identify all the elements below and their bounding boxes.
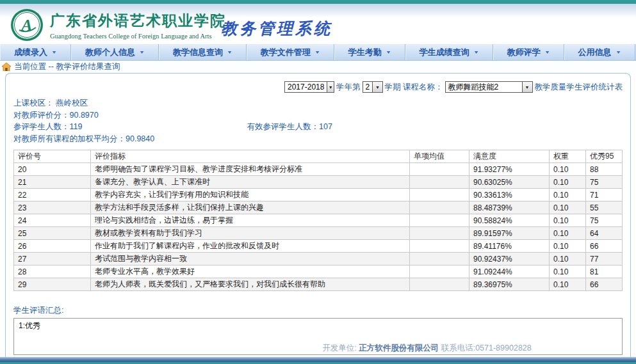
satisfaction-cell: 89.36975% <box>469 278 550 291</box>
campus-label: 上课校区： <box>13 99 54 107</box>
eval-no-cell: 27 <box>14 253 91 265</box>
school-year-select[interactable]: 2017-2018 ▼ <box>284 81 334 93</box>
menu-item-label: 成绩录入 <box>14 47 47 58</box>
students-line: 参评学生人数：119 有效参评学生人数：107 对教师所有课程的加权平均分：90… <box>13 121 623 145</box>
eval-no-cell: 22 <box>14 189 91 202</box>
breadcrumb-text: 当前位置 -- 教学评价结果查询 <box>14 61 120 72</box>
indicator-cell: 考试范围与教学内容相一致 <box>91 253 410 265</box>
chevron-down-icon: ▼ <box>314 50 320 54</box>
indicator-cell: 老师明确告知了课程学习目标、教学进度安排和考核评分标准 <box>91 163 410 176</box>
item-average-cell <box>410 202 469 214</box>
column-header-satisfaction: 满意度 <box>469 150 550 163</box>
college-name-english: Guangdong Teachers College of Foreign La… <box>50 33 226 40</box>
indicator-cell: 理论与实践相结合，边讲边练，易于掌握 <box>91 214 410 227</box>
bottom-bar-blue <box>0 357 636 362</box>
course-select[interactable]: 教师舞蹈技能2 ▼ <box>445 81 533 93</box>
weight-cell: 0.10 <box>550 189 586 202</box>
weight-cell: 0.10 <box>550 163 586 176</box>
table-row: 23 教学方法和手段灵活多样，让我们保持上课的兴趣 88.48739% 0.10… <box>14 202 623 214</box>
menu-item-label: 学生考勤 <box>348 47 382 58</box>
satisfaction-cell: 90.92437% <box>469 253 550 265</box>
table-row: 22 教学内容充实，让我们学到有用的知识和技能 90.33613% 0.10 7… <box>14 189 623 202</box>
eval-no-cell: 23 <box>14 202 91 214</box>
weight-cell: 0.10 <box>550 227 586 240</box>
satisfaction-cell: 89.91597% <box>469 227 550 240</box>
menu-item-teaching-info-query[interactable]: 教学信息查询 ▼ <box>159 44 247 60</box>
excellent95-cell: 88 <box>586 163 623 176</box>
footer-dev-label: 开发单位: <box>322 344 359 352</box>
column-header-item-average: 单项均值 <box>410 150 469 163</box>
table-row: 20 老师明确告知了课程学习目标、教学进度安排和考核评分标准 91.93277%… <box>14 163 623 176</box>
excellent95-cell: 77 <box>586 253 623 265</box>
item-average-cell <box>410 176 469 189</box>
menu-item-teaching-file-management[interactable]: 教学文件管理 ▼ <box>247 44 334 60</box>
satisfaction-cell: 89.41176% <box>469 240 550 253</box>
students-count: 参评学生人数：119 <box>13 121 245 133</box>
eval-no-cell: 26 <box>14 240 91 253</box>
chevron-down-icon: ▼ <box>139 50 145 54</box>
menu-item-teacher-personal-info[interactable]: 教师个人信息 ▼ <box>71 44 159 60</box>
menu-item-teacher-evaluation[interactable]: 教师评学 ▼ <box>493 44 564 60</box>
content-panel: 2017-2018 ▼ 学年第 2 ▼ 学期 课程名称： 教师舞蹈技能2 ▼ 教… <box>5 73 631 357</box>
excellent95-cell: 64 <box>586 227 623 240</box>
school-year-label: 学年第 <box>336 82 361 93</box>
excellent95-cell: 75 <box>586 214 623 227</box>
campus-line: 上课校区： 燕岭校区 <box>13 97 623 109</box>
item-average-cell <box>410 189 469 202</box>
table-row: 21 备课充分、教学认真、上下课准时 90.63025% 0.10 75 <box>14 176 623 189</box>
chevron-down-icon: ▼ <box>473 50 479 54</box>
course-select-value: 教师舞蹈技能2 <box>446 82 501 93</box>
term-select[interactable]: 2 ▼ <box>363 81 383 93</box>
indicator-cell: 老师为人师表，既关爱我们，又严格要求我们，对我们成长很有帮助 <box>91 278 410 291</box>
eval-no-cell: 25 <box>14 227 91 240</box>
column-header-indicator: 评价指标 <box>91 150 410 163</box>
footer-credit: 开发单位: 正方软件股份有限公司 联系电话:0571-89902828 <box>115 343 636 354</box>
evaluation-results-table: 评价号 评价指标 单项均值 满意度 权重 优秀95 20 老师明确告知了课程学习… <box>13 150 623 291</box>
satisfaction-cell: 90.63025% <box>469 176 550 189</box>
college-logo: A <box>10 8 44 42</box>
breadcrumb: 当前位置 -- 教学评价结果查询 <box>0 61 636 73</box>
menu-item-label: 学生成绩查询 <box>420 47 469 58</box>
chevron-down-icon: ▼ <box>327 82 334 92</box>
item-average-cell <box>410 227 469 240</box>
item-average-cell <box>410 278 469 291</box>
satisfaction-cell: 90.33613% <box>469 189 550 202</box>
item-average-cell <box>410 240 469 253</box>
column-header-weight: 权重 <box>550 150 586 163</box>
menu-item-label: 教师评学 <box>507 47 541 58</box>
valid-students-count: 有效参评学生人数：107 <box>247 121 491 133</box>
evaluation-summary: 上课校区： 燕岭校区 对教师评价分：90.8970 参评学生人数：119 有效参… <box>13 97 623 145</box>
chevron-down-icon: ▼ <box>522 82 532 92</box>
report-title-link[interactable]: 教学质量学生评价统计表 <box>535 82 623 93</box>
chevron-down-icon: ▼ <box>544 50 550 54</box>
term-course-label: 学期 课程名称： <box>385 82 443 93</box>
page-header: A 广东省外语艺术职业学院 Guangdong Teachers College… <box>0 4 636 44</box>
chevron-down-icon: ▼ <box>616 50 621 54</box>
menu-item-label: 教师个人信息 <box>85 47 135 58</box>
table-row: 28 老师专业水平高，教学效果好 91.09244% 0.10 81 <box>14 265 623 278</box>
menu-item-student-attendance[interactable]: 学生考勤 ▼ <box>334 44 405 60</box>
menu-item-student-score-query[interactable]: 学生成绩查询 ▼ <box>405 44 493 60</box>
college-name: 广东省外语艺术职业学院 <box>50 11 226 31</box>
chevron-down-icon: ▼ <box>51 50 57 54</box>
weight-cell: 0.10 <box>550 253 586 265</box>
table-row: 24 理论与实践相结合，边讲边练，易于掌握 90.58824% 0.10 75 <box>14 214 623 227</box>
bottom-bar <box>0 357 636 364</box>
system-title: 教务管理系统 <box>221 18 332 39</box>
weighted-average: 对教师所有课程的加权平均分：90.9840 <box>13 133 154 145</box>
menu-item-public-info[interactable]: 公用信息 ▼ <box>564 44 635 60</box>
column-header-eval-no: 评价号 <box>14 150 91 163</box>
eval-no-cell: 24 <box>14 214 91 227</box>
weight-cell: 0.10 <box>550 265 586 278</box>
indicator-cell: 教材或教学资料有助于我们学习 <box>91 227 410 240</box>
eval-no-cell: 21 <box>14 176 91 189</box>
weight-cell: 0.10 <box>550 240 586 253</box>
excellent95-cell: 66 <box>586 240 623 253</box>
table-row: 27 考试范围与教学内容相一致 90.92437% 0.10 77 <box>14 253 623 265</box>
menu-item-score-entry[interactable]: 成绩录入 ▼ <box>0 44 71 60</box>
table-row: 29 老师为人师表，既关爱我们，又严格要求我们，对我们成长很有帮助 89.369… <box>14 278 623 291</box>
indicator-cell: 老师专业水平高，教学效果好 <box>91 265 410 278</box>
filter-row: 2017-2018 ▼ 学年第 2 ▼ 学期 课程名称： 教师舞蹈技能2 ▼ 教… <box>13 80 623 94</box>
footer-phone: 联系电话:0571-89902828 <box>439 344 532 352</box>
item-average-cell <box>410 265 469 278</box>
